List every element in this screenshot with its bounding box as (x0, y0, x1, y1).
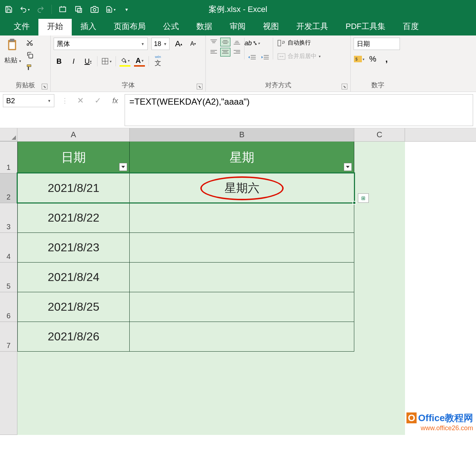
cell-b2[interactable]: 星期六 (130, 173, 354, 203)
autofill-options-icon[interactable]: ⊞ (358, 193, 369, 203)
cell-b5[interactable] (130, 263, 354, 292)
align-bottom-icon[interactable] (232, 38, 242, 46)
confirm-formula-icon[interactable]: ✓ (93, 96, 103, 106)
row-header-empty[interactable] (0, 352, 17, 435)
insert-function-icon[interactable]: fx (110, 96, 120, 106)
comma-format-icon[interactable]: , (381, 54, 392, 64)
cell-a7[interactable]: 2021/8/26 (17, 322, 130, 352)
orientation-button[interactable]: ab⤡▾ (247, 38, 258, 49)
cell-a1[interactable]: 日期 (17, 142, 130, 173)
cell-a5[interactable]: 2021/8/24 (17, 263, 130, 292)
align-right-icon[interactable] (232, 48, 242, 56)
fill-color-button[interactable]: ▾ (120, 56, 130, 67)
cell-b1[interactable]: 星期 (130, 142, 354, 173)
cancel-formula-icon[interactable]: ✕ (75, 96, 85, 106)
align-middle-icon[interactable] (220, 38, 230, 46)
col-header-c[interactable]: C (354, 128, 405, 141)
row-header-7[interactable]: 7 (0, 322, 17, 352)
font-color-button[interactable]: A▾ (134, 56, 145, 67)
font-group-label: 字体⬊ (54, 79, 202, 92)
row-header-5[interactable]: 5 (0, 263, 17, 292)
cell-a2[interactable]: 2021/8/21 (17, 173, 130, 203)
svg-rect-5 (10, 39, 14, 42)
qat-more-icon[interactable]: ▾ (121, 4, 131, 14)
name-box[interactable]: B2▼ (3, 94, 54, 107)
row-header-2[interactable]: 2 (0, 173, 17, 203)
tab-home[interactable]: 开始 (38, 17, 72, 35)
tab-view[interactable]: 视图 (254, 17, 288, 35)
cell-b4[interactable] (130, 233, 354, 263)
cell-a3[interactable]: 2021/8/22 (17, 203, 130, 233)
save-icon[interactable] (4, 4, 14, 14)
tab-layout[interactable]: 页面布局 (105, 17, 154, 35)
cut-icon[interactable] (25, 38, 35, 48)
accounting-format-icon[interactable]: $▾ (354, 54, 364, 64)
preview-icon[interactable]: ▾ (105, 4, 116, 14)
align-center-icon[interactable] (220, 48, 230, 56)
paste-button[interactable]: 粘贴 ▾ (3, 38, 22, 66)
camera-icon[interactable] (89, 4, 100, 14)
cell-a4[interactable]: 2021/8/23 (17, 233, 130, 263)
tab-file[interactable]: 文件 (5, 17, 38, 35)
new-window-icon[interactable] (74, 4, 84, 14)
clipboard-launcher[interactable]: ⬊ (42, 84, 47, 89)
cell-b3[interactable] (130, 203, 354, 233)
redo-icon[interactable] (36, 4, 46, 14)
quick-access-toolbar: ▾ ▾ ▾ (4, 4, 131, 14)
svg-rect-6 (9, 42, 15, 49)
col-header-a[interactable]: A (17, 128, 130, 141)
phonetic-button[interactable]: wén文 (153, 56, 163, 67)
undo-icon[interactable]: ▾ (20, 4, 30, 14)
window-title: 案例.xlsx - Excel (209, 4, 267, 15)
cell-b6[interactable] (130, 292, 354, 322)
copy-icon[interactable] (25, 50, 35, 60)
merge-center-button[interactable]: 合并后居中 ▾ (275, 51, 323, 62)
cell-b7[interactable] (130, 322, 354, 352)
row-header-6[interactable]: 6 (0, 292, 17, 322)
underline-button[interactable]: U ▾ (83, 56, 93, 67)
svg-rect-0 (60, 7, 66, 12)
align-top-icon[interactable] (209, 38, 219, 46)
bold-button[interactable]: B (54, 56, 64, 67)
svg-rect-11 (29, 54, 33, 58)
wrap-text-button[interactable]: 自动换行 (275, 38, 323, 48)
align-left-icon[interactable] (209, 48, 219, 56)
spreadsheet: A B C 1 日期 星期 2 2021/8/21 星期六 3 2021/8/2… (0, 128, 476, 435)
tab-data[interactable]: 数据 (188, 17, 221, 35)
cell-a6[interactable]: 2021/8/25 (17, 292, 130, 322)
decrease-indent-icon[interactable] (247, 52, 258, 63)
number-format-select[interactable]: 日期 (354, 38, 400, 50)
tab-formulas[interactable]: 公式 (154, 17, 188, 35)
filter-button-b[interactable] (344, 163, 352, 171)
decrease-font-icon[interactable]: A▾ (188, 38, 199, 49)
borders-button[interactable]: ▾ (101, 56, 112, 67)
row-header-3[interactable]: 3 (0, 203, 17, 233)
tab-baidu[interactable]: 百度 (394, 17, 427, 35)
tab-pdf[interactable]: PDF工具集 (337, 17, 394, 35)
align-launcher[interactable]: ⬊ (342, 84, 347, 89)
increase-indent-icon[interactable] (260, 52, 271, 63)
paste-label: 粘贴 (4, 56, 17, 64)
formula-input[interactable]: =TEXT(WEEKDAY(A2),"aaaa") (125, 94, 473, 126)
row-header-1[interactable]: 1 (0, 142, 17, 173)
font-name-select[interactable]: 黑体▼ (54, 38, 148, 50)
tab-review[interactable]: 审阅 (221, 17, 254, 35)
filter-button-a[interactable] (119, 163, 127, 171)
font-size-select[interactable]: 18▼ (151, 38, 170, 50)
select-all-corner[interactable] (0, 128, 17, 141)
formula-bar: B2▼ ⋮ ✕ ✓ fx =TEXT(WEEKDAY(A2),"aaaa") (0, 92, 476, 128)
font-launcher[interactable]: ⬊ (197, 84, 202, 89)
tab-developer[interactable]: 开发工具 (288, 17, 337, 35)
svg-text:$: $ (355, 57, 358, 61)
empty-area-a[interactable] (17, 352, 130, 435)
empty-area-bc[interactable] (130, 352, 405, 435)
watermark: OOffice教程网 www.office26.com (406, 412, 473, 432)
italic-button[interactable]: I (68, 56, 79, 67)
row-header-4[interactable]: 4 (0, 233, 17, 263)
tab-insert[interactable]: 插入 (72, 17, 105, 35)
col-header-b[interactable]: B (130, 128, 354, 141)
percent-format-icon[interactable]: % (367, 54, 378, 64)
increase-font-icon[interactable]: A▴ (173, 38, 184, 49)
format-painter-icon[interactable] (25, 62, 35, 72)
screenshot-icon[interactable] (58, 4, 68, 14)
